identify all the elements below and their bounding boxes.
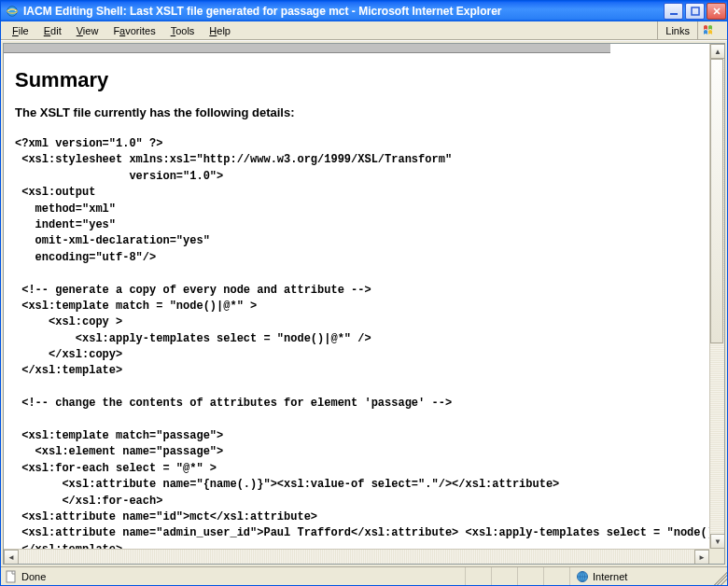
status-pane-2 [492,567,518,585]
menu-view[interactable]: View [69,23,106,38]
scroll-corner [709,549,724,564]
ie-icon [5,4,20,19]
svg-rect-3 [692,7,699,15]
menu-help[interactable]: Help [202,23,238,38]
vscroll-thumb[interactable] [710,59,723,343]
svg-rect-6 [7,571,15,582]
maximize-button[interactable] [685,3,705,20]
scroll-down-button[interactable]: ▼ [710,534,725,549]
status-pane-3 [518,567,544,585]
zone-label: Internet [593,571,627,582]
page-title: Summary [15,68,698,92]
globe-icon [576,570,589,583]
vertical-scrollbar[interactable]: ▲ ▼ [709,44,724,549]
links-toolbar[interactable]: Links [657,21,697,39]
xslt-code-block: <?xml version="1.0" ?> <xsl:stylesheet x… [15,136,698,549]
title-bar[interactable]: IACM Editing Shell: Last XSLT file gener… [1,1,727,21]
content-area: Summary The XSLT file currently has the … [1,40,727,566]
page-top-shade [4,44,610,53]
menu-bar: File Edit View Favorites Tools Help Link… [1,21,727,40]
security-zone[interactable]: Internet [570,567,710,585]
window-frame: IACM Editing Shell: Last XSLT file gener… [0,0,728,586]
document-viewport: Summary The XSLT file currently has the … [3,43,725,565]
menu-tools[interactable]: Tools [163,23,203,38]
hscroll-track[interactable] [19,550,694,564]
page-content: Summary The XSLT file currently has the … [4,44,709,549]
vscroll-track[interactable] [710,59,724,534]
menu-favorites[interactable]: Favorites [105,23,162,38]
window-title: IACM Editing Shell: Last XSLT file gener… [23,5,663,18]
status-pane-4 [544,567,570,585]
status-bar: Done Internet [1,566,727,585]
status-left: Done [1,567,466,585]
status-text: Done [21,571,46,582]
horizontal-scrollbar[interactable]: ◄ ► [4,549,709,564]
resize-grip[interactable] [710,567,727,585]
windows-logo-icon [697,21,723,39]
menu-file[interactable]: File [5,23,36,38]
page-lead: The XSLT file currently has the followin… [15,105,698,119]
scroll-right-button[interactable]: ► [694,550,709,565]
svg-rect-2 [670,13,678,15]
window-controls [663,3,727,20]
menu-edit[interactable]: Edit [36,23,69,38]
close-button[interactable] [707,3,726,20]
page-icon [5,570,18,583]
minimize-button[interactable] [664,3,683,20]
scroll-up-button[interactable]: ▲ [710,44,725,59]
scroll-left-button[interactable]: ◄ [4,550,19,565]
status-pane-1 [466,567,492,585]
